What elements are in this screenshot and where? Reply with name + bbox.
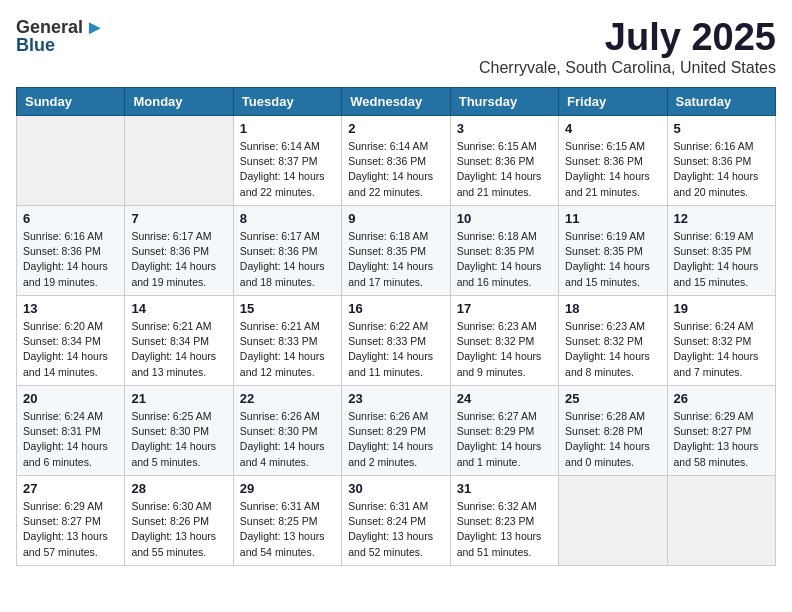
day-info: Sunrise: 6:31 AM Sunset: 8:24 PM Dayligh… xyxy=(348,499,443,560)
calendar-cell: 13Sunrise: 6:20 AM Sunset: 8:34 PM Dayli… xyxy=(17,296,125,386)
day-number: 8 xyxy=(240,211,335,226)
day-info: Sunrise: 6:30 AM Sunset: 8:26 PM Dayligh… xyxy=(131,499,226,560)
calendar-cell xyxy=(17,116,125,206)
day-number: 18 xyxy=(565,301,660,316)
day-info: Sunrise: 6:22 AM Sunset: 8:33 PM Dayligh… xyxy=(348,319,443,380)
calendar-cell: 10Sunrise: 6:18 AM Sunset: 8:35 PM Dayli… xyxy=(450,206,558,296)
day-info: Sunrise: 6:21 AM Sunset: 8:34 PM Dayligh… xyxy=(131,319,226,380)
day-number: 29 xyxy=(240,481,335,496)
day-number: 20 xyxy=(23,391,118,406)
day-number: 9 xyxy=(348,211,443,226)
day-number: 5 xyxy=(674,121,769,136)
day-number: 1 xyxy=(240,121,335,136)
day-info: Sunrise: 6:24 AM Sunset: 8:31 PM Dayligh… xyxy=(23,409,118,470)
day-number: 26 xyxy=(674,391,769,406)
day-number: 17 xyxy=(457,301,552,316)
day-number: 2 xyxy=(348,121,443,136)
day-number: 19 xyxy=(674,301,769,316)
day-info: Sunrise: 6:14 AM Sunset: 8:37 PM Dayligh… xyxy=(240,139,335,200)
day-number: 24 xyxy=(457,391,552,406)
col-header-saturday: Saturday xyxy=(667,88,775,116)
day-number: 13 xyxy=(23,301,118,316)
calendar-cell: 21Sunrise: 6:25 AM Sunset: 8:30 PM Dayli… xyxy=(125,386,233,476)
week-row-5: 27Sunrise: 6:29 AM Sunset: 8:27 PM Dayli… xyxy=(17,476,776,566)
day-info: Sunrise: 6:19 AM Sunset: 8:35 PM Dayligh… xyxy=(565,229,660,290)
day-info: Sunrise: 6:18 AM Sunset: 8:35 PM Dayligh… xyxy=(348,229,443,290)
calendar-cell: 6Sunrise: 6:16 AM Sunset: 8:36 PM Daylig… xyxy=(17,206,125,296)
day-info: Sunrise: 6:29 AM Sunset: 8:27 PM Dayligh… xyxy=(674,409,769,470)
day-info: Sunrise: 6:20 AM Sunset: 8:34 PM Dayligh… xyxy=(23,319,118,380)
day-number: 31 xyxy=(457,481,552,496)
col-header-tuesday: Tuesday xyxy=(233,88,341,116)
calendar-cell: 19Sunrise: 6:24 AM Sunset: 8:32 PM Dayli… xyxy=(667,296,775,386)
day-number: 10 xyxy=(457,211,552,226)
week-row-3: 13Sunrise: 6:20 AM Sunset: 8:34 PM Dayli… xyxy=(17,296,776,386)
day-number: 21 xyxy=(131,391,226,406)
day-info: Sunrise: 6:29 AM Sunset: 8:27 PM Dayligh… xyxy=(23,499,118,560)
calendar-header-row: SundayMondayTuesdayWednesdayThursdayFrid… xyxy=(17,88,776,116)
calendar-cell: 12Sunrise: 6:19 AM Sunset: 8:35 PM Dayli… xyxy=(667,206,775,296)
calendar-cell: 14Sunrise: 6:21 AM Sunset: 8:34 PM Dayli… xyxy=(125,296,233,386)
calendar-cell: 27Sunrise: 6:29 AM Sunset: 8:27 PM Dayli… xyxy=(17,476,125,566)
calendar-table: SundayMondayTuesdayWednesdayThursdayFrid… xyxy=(16,87,776,566)
day-info: Sunrise: 6:19 AM Sunset: 8:35 PM Dayligh… xyxy=(674,229,769,290)
week-row-4: 20Sunrise: 6:24 AM Sunset: 8:31 PM Dayli… xyxy=(17,386,776,476)
day-info: Sunrise: 6:18 AM Sunset: 8:35 PM Dayligh… xyxy=(457,229,552,290)
day-number: 3 xyxy=(457,121,552,136)
logo-blue-text: Blue xyxy=(16,35,55,56)
calendar-cell: 8Sunrise: 6:17 AM Sunset: 8:36 PM Daylig… xyxy=(233,206,341,296)
day-number: 27 xyxy=(23,481,118,496)
week-row-2: 6Sunrise: 6:16 AM Sunset: 8:36 PM Daylig… xyxy=(17,206,776,296)
day-number: 28 xyxy=(131,481,226,496)
day-info: Sunrise: 6:15 AM Sunset: 8:36 PM Dayligh… xyxy=(457,139,552,200)
calendar-cell: 23Sunrise: 6:26 AM Sunset: 8:29 PM Dayli… xyxy=(342,386,450,476)
col-header-thursday: Thursday xyxy=(450,88,558,116)
day-info: Sunrise: 6:16 AM Sunset: 8:36 PM Dayligh… xyxy=(23,229,118,290)
day-number: 7 xyxy=(131,211,226,226)
calendar-cell: 31Sunrise: 6:32 AM Sunset: 8:23 PM Dayli… xyxy=(450,476,558,566)
day-info: Sunrise: 6:25 AM Sunset: 8:30 PM Dayligh… xyxy=(131,409,226,470)
day-info: Sunrise: 6:24 AM Sunset: 8:32 PM Dayligh… xyxy=(674,319,769,380)
calendar-cell xyxy=(559,476,667,566)
day-info: Sunrise: 6:26 AM Sunset: 8:30 PM Dayligh… xyxy=(240,409,335,470)
calendar-cell: 5Sunrise: 6:16 AM Sunset: 8:36 PM Daylig… xyxy=(667,116,775,206)
day-number: 16 xyxy=(348,301,443,316)
day-info: Sunrise: 6:23 AM Sunset: 8:32 PM Dayligh… xyxy=(457,319,552,380)
calendar-cell: 16Sunrise: 6:22 AM Sunset: 8:33 PM Dayli… xyxy=(342,296,450,386)
location-title: Cherryvale, South Carolina, United State… xyxy=(479,59,776,77)
col-header-sunday: Sunday xyxy=(17,88,125,116)
calendar-cell: 18Sunrise: 6:23 AM Sunset: 8:32 PM Dayli… xyxy=(559,296,667,386)
day-number: 4 xyxy=(565,121,660,136)
day-number: 22 xyxy=(240,391,335,406)
day-number: 15 xyxy=(240,301,335,316)
calendar-cell: 30Sunrise: 6:31 AM Sunset: 8:24 PM Dayli… xyxy=(342,476,450,566)
calendar-cell: 7Sunrise: 6:17 AM Sunset: 8:36 PM Daylig… xyxy=(125,206,233,296)
calendar-cell: 15Sunrise: 6:21 AM Sunset: 8:33 PM Dayli… xyxy=(233,296,341,386)
week-row-1: 1Sunrise: 6:14 AM Sunset: 8:37 PM Daylig… xyxy=(17,116,776,206)
month-title: July 2025 xyxy=(479,16,776,59)
day-info: Sunrise: 6:16 AM Sunset: 8:36 PM Dayligh… xyxy=(674,139,769,200)
calendar-cell: 25Sunrise: 6:28 AM Sunset: 8:28 PM Dayli… xyxy=(559,386,667,476)
calendar-cell: 20Sunrise: 6:24 AM Sunset: 8:31 PM Dayli… xyxy=(17,386,125,476)
day-info: Sunrise: 6:32 AM Sunset: 8:23 PM Dayligh… xyxy=(457,499,552,560)
calendar-cell: 17Sunrise: 6:23 AM Sunset: 8:32 PM Dayli… xyxy=(450,296,558,386)
title-block: July 2025 Cherryvale, South Carolina, Un… xyxy=(479,16,776,77)
calendar-cell: 29Sunrise: 6:31 AM Sunset: 8:25 PM Dayli… xyxy=(233,476,341,566)
day-number: 11 xyxy=(565,211,660,226)
col-header-monday: Monday xyxy=(125,88,233,116)
calendar-cell: 9Sunrise: 6:18 AM Sunset: 8:35 PM Daylig… xyxy=(342,206,450,296)
col-header-friday: Friday xyxy=(559,88,667,116)
day-info: Sunrise: 6:28 AM Sunset: 8:28 PM Dayligh… xyxy=(565,409,660,470)
page-header: General ► Blue July 2025 Cherryvale, Sou… xyxy=(16,16,776,77)
logo-arrow-icon: ► xyxy=(85,16,105,39)
calendar-cell: 3Sunrise: 6:15 AM Sunset: 8:36 PM Daylig… xyxy=(450,116,558,206)
day-info: Sunrise: 6:31 AM Sunset: 8:25 PM Dayligh… xyxy=(240,499,335,560)
day-number: 14 xyxy=(131,301,226,316)
calendar-cell xyxy=(667,476,775,566)
calendar-cell: 24Sunrise: 6:27 AM Sunset: 8:29 PM Dayli… xyxy=(450,386,558,476)
calendar-cell: 26Sunrise: 6:29 AM Sunset: 8:27 PM Dayli… xyxy=(667,386,775,476)
day-number: 6 xyxy=(23,211,118,226)
day-number: 23 xyxy=(348,391,443,406)
day-info: Sunrise: 6:21 AM Sunset: 8:33 PM Dayligh… xyxy=(240,319,335,380)
col-header-wednesday: Wednesday xyxy=(342,88,450,116)
